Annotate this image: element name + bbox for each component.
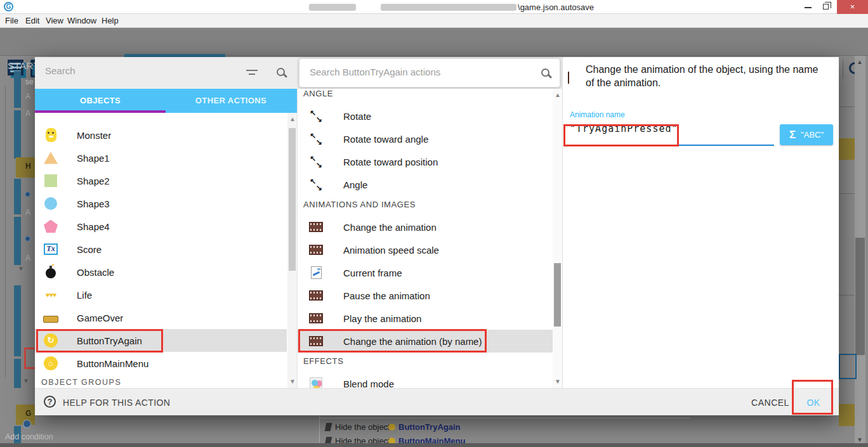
- action-row-angle[interactable]: ↖↘ Angle: [297, 173, 553, 196]
- object-row-obstacle[interactable]: Obstacle: [35, 261, 287, 283]
- annotation-box-animation-name-value: [563, 124, 679, 146]
- action-description: Change the animation of the object, usin…: [586, 63, 822, 89]
- action-row-play-animation[interactable]: Play the animation: [297, 307, 553, 330]
- action-search-bar[interactable]: [299, 58, 560, 87]
- action-row-pause-animation[interactable]: Pause the animation: [297, 284, 553, 307]
- scrollbar-thumb[interactable]: [855, 238, 865, 355]
- object-row-shape2[interactable]: Shape2: [35, 169, 287, 192]
- action-label: Animation speed scale: [343, 245, 439, 256]
- action-list-scrollbar[interactable]: ▲ ▼: [553, 89, 562, 388]
- event-condition-bar: [14, 179, 21, 214]
- action-row-change-animation[interactable]: Change the animation: [297, 216, 553, 238]
- object-search-bar[interactable]: [35, 57, 297, 89]
- filmstrip-icon: [308, 245, 324, 255]
- object-search-input[interactable]: [45, 65, 235, 76]
- scroll-up-icon[interactable]: ▲: [555, 91, 561, 98]
- redacted-path-segment: [381, 4, 516, 11]
- action-row-animation-speed-scale[interactable]: Animation speed scale: [297, 238, 553, 261]
- hearts-icon: ♥♥♥: [43, 291, 59, 299]
- sigma-icon: Σ: [789, 129, 796, 141]
- rotate-icon: ↖↘: [308, 133, 324, 145]
- scroll-up-icon[interactable]: ▲: [289, 115, 296, 122]
- main-toolbar: + + + + − ↶ ↷: [0, 28, 868, 56]
- help-icon[interactable]: ?: [44, 396, 56, 408]
- action-row-rotate-toward-angle[interactable]: ↖↘ Rotate toward angle: [297, 127, 553, 150]
- tab-objects[interactable]: OBJECTS: [35, 89, 166, 113]
- triangle-icon: [43, 152, 59, 164]
- hide-action-icon: [325, 423, 332, 431]
- action-label: Rotate toward position: [343, 157, 438, 167]
- event-text-fragment: se: [25, 77, 34, 86]
- filmstrip-icon: [308, 313, 324, 323]
- object-thumbnail-icon: [388, 424, 395, 431]
- action-search-input[interactable]: [310, 67, 519, 77]
- action-label: Current frame: [343, 268, 402, 278]
- scrollbar-thumb[interactable]: [289, 128, 296, 271]
- filter-icon[interactable]: [246, 70, 258, 77]
- tab-other-actions[interactable]: OTHER ACTIONS: [166, 89, 296, 113]
- object-row-gameover[interactable]: GameOver: [35, 306, 287, 329]
- section-header-angle: ANGLE: [303, 89, 333, 98]
- object-row-monster[interactable]: Monster: [35, 124, 287, 146]
- object-row-score[interactable]: Tx Score: [35, 238, 287, 261]
- object-row-shape4[interactable]: Shape4: [35, 215, 287, 238]
- rotate-icon: ↖↘: [308, 155, 324, 168]
- event-condition-bar: [14, 110, 21, 159]
- event-divider: [839, 107, 855, 107]
- scrollbar-thumb[interactable]: [554, 263, 561, 327]
- action-row-current-frame[interactable]: Current frame: [297, 261, 553, 284]
- object-row-life[interactable]: ♥♥♥ Life: [35, 283, 287, 306]
- scroll-down-icon[interactable]: ▼: [289, 378, 296, 385]
- behavior-gear-icon: [25, 236, 30, 242]
- expression-editor-button[interactable]: Σ "ABC": [780, 124, 833, 145]
- action-parameters-panel: [562, 57, 839, 388]
- menu-help[interactable]: Help: [102, 16, 119, 25]
- scroll-up-icon[interactable]: ▲: [857, 58, 863, 65]
- scroll-down-icon[interactable]: ▼: [555, 378, 561, 385]
- annotation-box-fragment: [24, 347, 35, 369]
- section-header-animations: ANIMATIONS AND IMAGES: [303, 200, 416, 209]
- action-chooser-dialog: OBJECTS OTHER ACTIONS Monster Shape1 Sha…: [35, 57, 839, 415]
- add-condition-link[interactable]: Add condition: [5, 432, 53, 441]
- object-name: ButtonTryAgain: [398, 422, 461, 432]
- search-icon[interactable]: [277, 68, 285, 76]
- event-text-fragment: A: [25, 109, 30, 118]
- object-row-shape1[interactable]: Shape1: [35, 146, 287, 169]
- comment-block: [839, 404, 855, 426]
- action-label: Rotate toward angle: [343, 134, 428, 145]
- menu-window[interactable]: Window: [67, 16, 96, 25]
- object-row-buttonmainmenu[interactable]: ⌂ ButtonMainMenu: [35, 352, 287, 375]
- action-row-rotate-toward-position[interactable]: ↖↘ Rotate toward position: [297, 150, 553, 173]
- object-label: Shape1: [77, 153, 110, 164]
- object-label: Score: [77, 244, 102, 255]
- object-label: Life: [77, 290, 92, 301]
- event-divider: [319, 418, 690, 418]
- search-icon[interactable]: [541, 68, 549, 77]
- object-row-shape3[interactable]: Shape3: [35, 192, 287, 215]
- frame-page-icon: [308, 266, 324, 279]
- minimize-button[interactable]: [805, 7, 812, 8]
- home-button-icon: ⌂: [43, 356, 59, 370]
- menu-edit[interactable]: Edit: [25, 16, 39, 25]
- close-button[interactable]: ×: [837, 0, 868, 14]
- restore-button[interactable]: [823, 4, 829, 10]
- app-logo-icon: G: [4, 2, 13, 11]
- event-indent-guide: [5, 86, 6, 377]
- scroll-down-icon[interactable]: ▼: [857, 436, 863, 443]
- menu-file[interactable]: File: [5, 16, 18, 25]
- rotate-icon: ↖↘: [308, 178, 324, 191]
- object-label: Obstacle: [77, 267, 114, 278]
- help-for-this-action-link[interactable]: HELP FOR THIS ACTION: [63, 398, 170, 408]
- comment-text-fragment: H: [25, 162, 31, 171]
- menu-view[interactable]: View: [46, 16, 63, 25]
- collapse-caret-icon[interactable]: ▼: [18, 265, 24, 272]
- filmstrip-icon: [308, 290, 324, 301]
- object-label: Shape2: [77, 176, 110, 186]
- action-row-rotate[interactable]: ↖↘ Rotate: [297, 105, 553, 127]
- selected-event-outline: [839, 354, 857, 379]
- action-label: Blend mode: [343, 379, 394, 389]
- collapse-caret-icon[interactable]: ▼: [23, 377, 29, 384]
- filmstrip-icon: [568, 72, 569, 84]
- cancel-button[interactable]: CANCEL: [748, 398, 792, 408]
- event-divider: [839, 295, 855, 295]
